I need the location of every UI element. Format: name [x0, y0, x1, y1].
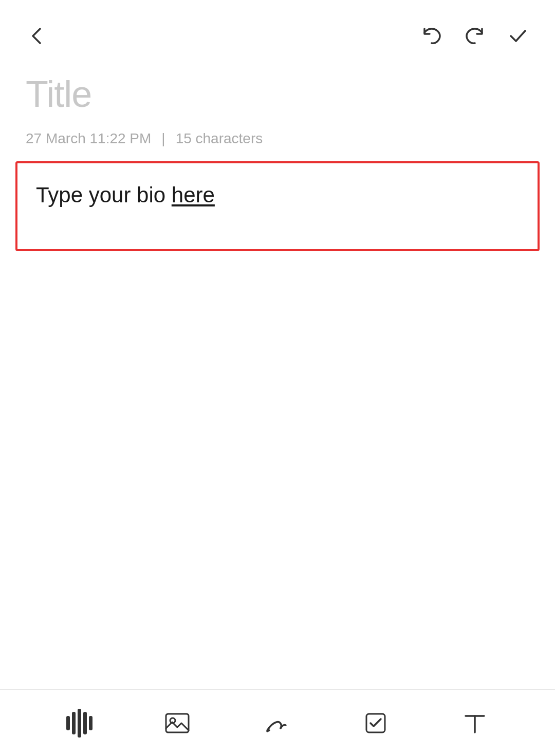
- title-area: Title: [0, 62, 555, 121]
- image-icon: [163, 709, 192, 738]
- meta-separator: |: [161, 130, 165, 147]
- sketch-button[interactable]: [257, 704, 296, 743]
- image-button[interactable]: [158, 704, 197, 743]
- nav-right: [420, 25, 529, 47]
- wave-bar-4: [83, 712, 87, 734]
- meta-chars: 15 characters: [176, 130, 263, 147]
- wave-bar-3: [78, 709, 81, 738]
- wave-bar-5: [89, 716, 92, 730]
- checklist-icon: [361, 709, 390, 738]
- back-button[interactable]: [26, 25, 48, 47]
- svg-rect-0: [166, 714, 189, 732]
- wave-bar-1: [66, 716, 70, 730]
- content-text-before: Type your bio: [36, 183, 172, 207]
- undo-button[interactable]: [420, 25, 443, 47]
- wave-bar-2: [72, 712, 76, 734]
- audio-button[interactable]: [61, 704, 98, 743]
- audio-waves-icon: [66, 709, 92, 738]
- text-button[interactable]: [455, 704, 494, 743]
- text-format-icon: [460, 709, 489, 738]
- sketch-icon: [262, 709, 291, 738]
- note-title[interactable]: Title: [26, 72, 529, 116]
- nav-left: [26, 25, 48, 47]
- done-button[interactable]: [507, 25, 529, 47]
- checklist-button[interactable]: [356, 704, 395, 743]
- meta-date: 27 March 11:22 PM: [26, 130, 151, 147]
- content-box[interactable]: Type your bio here: [15, 161, 540, 251]
- redo-button[interactable]: [464, 25, 486, 47]
- meta-info: 27 March 11:22 PM | 15 characters: [0, 121, 555, 156]
- top-navigation: [0, 0, 555, 62]
- content-link[interactable]: here: [172, 183, 215, 207]
- bottom-toolbar: [0, 689, 555, 756]
- content-text[interactable]: Type your bio here: [36, 179, 519, 211]
